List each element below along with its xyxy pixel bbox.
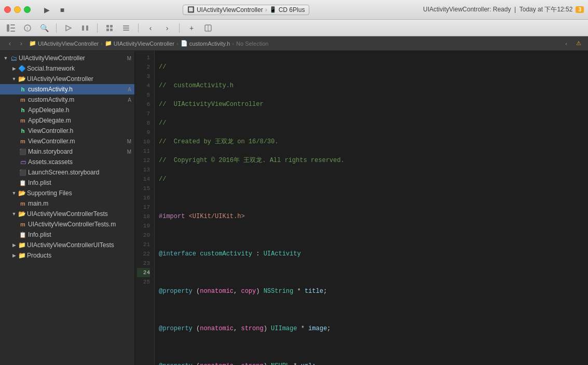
sidebar-item-supporting[interactable]: ▼ 📂 Supporting Files	[0, 188, 134, 198]
svg-rect-2	[10, 28, 15, 29]
titlebar-controls: ▶ ■	[40, 4, 69, 16]
nav-crumb-3[interactable]: 📄 customActivity.h	[181, 40, 230, 47]
stop-button[interactable]: ■	[56, 4, 69, 16]
run-btn[interactable]	[78, 22, 92, 34]
sidebar-item-infoplist[interactable]: 📋 Info.plist	[0, 178, 134, 188]
line-numbers: 1 2 3 4 5 6 7 8 9 10 11 12 13 14 15 16 1…	[135, 51, 155, 365]
sidebar-item-customm[interactable]: m customActivity.m A	[0, 94, 134, 105]
m-file-icon: m	[19, 97, 27, 103]
svg-rect-11	[106, 29, 109, 31]
folder-icon: 📂	[18, 75, 26, 83]
sidebar-item-uitests[interactable]: ▼ 📂 UIActivityViewControllerTests	[0, 209, 134, 219]
sidebar-item-customh[interactable]: h customActivity.h A	[0, 84, 134, 94]
toolbar-sep-2	[97, 23, 98, 33]
warning-badge[interactable]: 3	[576, 6, 584, 13]
sidebar-item-uitestsplist[interactable]: 📋 Info.plist	[0, 229, 134, 240]
svg-text:!: !	[26, 26, 28, 31]
code-editor[interactable]: 1 2 3 4 5 6 7 8 9 10 11 12 13 14 15 16 1…	[135, 51, 588, 365]
svg-rect-9	[106, 25, 109, 28]
issue-navigator[interactable]: !	[21, 22, 34, 34]
toggle-uiuitests: ▶	[10, 242, 18, 248]
h-file-icon-2: h	[19, 107, 27, 113]
badge-customm: A	[128, 97, 131, 103]
nav-crumb-2[interactable]: 📁 UIActivityViewController	[105, 40, 174, 47]
sidebar-item-mainm[interactable]: m main.m	[0, 198, 134, 209]
storyboard-icon-2: ⬛	[19, 169, 27, 176]
sidebar-label-supporting: Supporting Files	[27, 190, 134, 197]
toggle-uitests: ▼	[10, 211, 18, 217]
sidebar-item-uiuitests[interactable]: ▶ 📁 UIActivityViewControllerUITests	[0, 240, 134, 250]
nav-back[interactable]: ‹	[4, 38, 16, 49]
badge-vcM: M	[127, 139, 131, 144]
crumb-label-1: UIActivityViewController	[38, 40, 99, 47]
navigator-toggle[interactable]	[4, 22, 18, 34]
sidebar-label-mainstoryboard: Main.storyboard	[28, 148, 127, 155]
sidebar-item-uitestsm[interactable]: m UIActivityViewControllerTests.m	[0, 219, 134, 229]
sidebar-label-customh: customActivity.h	[28, 86, 128, 93]
badge-root: M	[127, 56, 131, 61]
scheme-app-label: UIActivityViewController	[197, 6, 263, 13]
nav-action-back[interactable]: ‹	[561, 38, 571, 49]
grid-btn[interactable]	[103, 22, 116, 34]
svg-rect-15	[123, 30, 129, 31]
chevron-sep: ›	[265, 6, 267, 13]
m-file-icon-main: m	[19, 200, 27, 207]
sidebar-label-vcM: ViewController.m	[28, 138, 127, 145]
sidebar-item-vcM[interactable]: m ViewController.m M	[0, 136, 134, 146]
svg-rect-10	[110, 25, 113, 28]
folder-icon-2: 📁	[105, 40, 112, 47]
sidebar-label-assets: Assets.xcassets	[28, 158, 134, 166]
sidebar-item-uiactivity[interactable]: ▼ 📂 UIActivityViewController	[0, 74, 134, 84]
sidebar-item-products[interactable]: ▶ 📁 Products	[0, 250, 134, 261]
sidebar-item-social[interactable]: ▶ 🔷 Social.framework	[0, 63, 134, 74]
nav-crumb-4: No Selection	[236, 40, 268, 47]
list-btn[interactable]	[119, 22, 133, 34]
h-file-icon: h	[19, 86, 27, 92]
folder-icon-1: 📁	[29, 40, 36, 47]
sidebar-label-mainm: main.m	[28, 200, 134, 207]
plist-icon: 📋	[19, 180, 27, 186]
nav-forward[interactable]: ›	[16, 38, 27, 49]
nav-crumb-1[interactable]: 📁 UIActivityViewController	[29, 40, 99, 47]
sidebar-label-customm: customActivity.m	[28, 96, 128, 103]
sidebar-label-appdelegateh: AppDelegate.h	[28, 106, 134, 114]
scheme-app-icon: 🔲	[187, 6, 195, 13]
breakpoint-btn[interactable]	[62, 22, 75, 34]
sidebar-label-social: Social.framework	[27, 65, 134, 72]
play-button[interactable]: ▶	[40, 4, 53, 16]
sidebar-item-mainstoryboard[interactable]: ⬛ Main.storyboard M	[0, 146, 134, 157]
project-icon: 🗂	[9, 55, 18, 62]
minimize-button[interactable]	[14, 6, 21, 13]
nav-sep-1: ›	[101, 40, 103, 47]
sidebar-label-uiuitests: UIActivityViewControllerUITests	[27, 241, 134, 249]
titlebar: ▶ ■ 🔲 UIActivityViewController › 📱 CD 6P…	[0, 0, 588, 20]
scheme-selector[interactable]: 🔲 UIActivityViewController › 📱 CD 6Plus	[183, 5, 310, 15]
back-btn[interactable]: ‹	[144, 22, 157, 34]
maximize-button[interactable]	[24, 6, 31, 13]
folder-icon-products: 📁	[18, 252, 26, 259]
file-icon-1: 📄	[181, 40, 188, 47]
warning-icon[interactable]: ⚠	[573, 38, 584, 49]
sidebar-label-infoplist: Info.plist	[28, 179, 134, 186]
svg-rect-14	[123, 28, 129, 29]
sidebar-item-appdelegatem[interactable]: m AppDelegate.m	[0, 115, 134, 126]
editor-btn[interactable]	[201, 22, 215, 34]
toolbar-sep-4	[179, 23, 180, 33]
badge-customh: A	[128, 87, 131, 92]
sidebar-label-uiactivity: UIActivityViewController	[27, 75, 134, 83]
code-content[interactable]: // // customActivity.h // UIActivityView…	[155, 51, 588, 365]
sidebar-item-appdelegateh[interactable]: h AppDelegate.h	[0, 105, 134, 115]
toggle-products: ▶	[10, 253, 18, 258]
h-file-icon-3: h	[19, 128, 27, 134]
folder-icon-uiuitests: 📁	[18, 241, 26, 249]
sidebar-item-root[interactable]: ▼ 🗂 UIActivityViewController M	[0, 53, 134, 63]
sidebar-item-launchscreen[interactable]: ⬛ LaunchScreen.storyboard	[0, 167, 134, 178]
sidebar-item-assets[interactable]: 🗃 Assets.xcassets	[0, 157, 134, 167]
add-btn[interactable]: +	[185, 22, 198, 34]
toolbar-sep-1	[56, 23, 57, 33]
forward-btn[interactable]: ›	[160, 22, 174, 34]
search-btn[interactable]: 🔍	[37, 22, 51, 34]
close-button[interactable]	[4, 6, 11, 13]
sidebar-label-uitestsm: UIActivityViewControllerTests.m	[28, 221, 134, 228]
sidebar-item-vcH[interactable]: h ViewController.h	[0, 126, 134, 136]
